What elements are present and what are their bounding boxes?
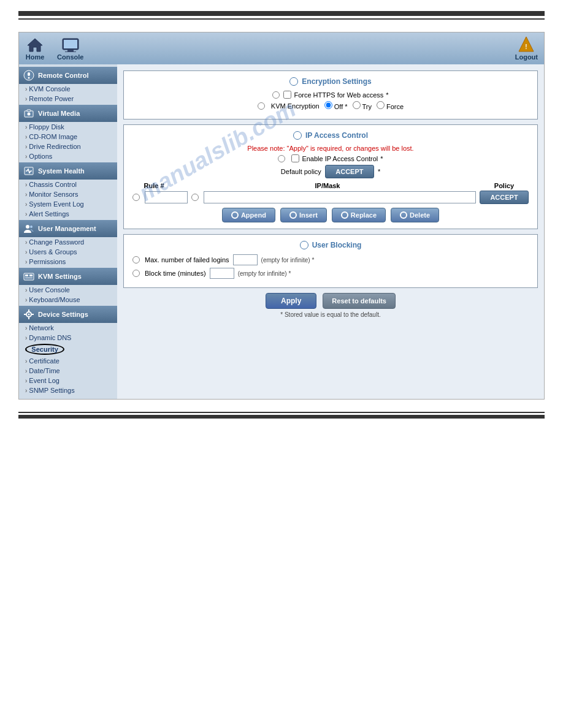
append-button[interactable]: Append <box>222 208 275 222</box>
sidebar-item-user-console[interactable]: › User Console <box>19 285 117 295</box>
sidebar-item-users-groups[interactable]: › Users & Groups <box>19 247 117 257</box>
kvm-force-radio[interactable] <box>377 101 385 109</box>
sidebar-item-certificate[interactable]: › Certificate <box>19 356 117 366</box>
kvm-try-radio[interactable] <box>353 101 361 109</box>
kvm-off-option[interactable]: Off * <box>324 101 348 110</box>
sidebar-header-user-management[interactable]: User Management <box>19 220 117 237</box>
floppy-disk-label: Floppy Disk <box>29 123 64 131</box>
sidebar-item-remote-power[interactable]: › Remote Power <box>19 94 117 104</box>
user-blocking-panel-title: User Blocking <box>132 241 529 249</box>
footnote: * Stored value is equal to the default. <box>123 311 538 318</box>
options-label: Options <box>29 153 52 160</box>
ui-container: Home Console <box>18 32 545 400</box>
sidebar-item-date-time[interactable]: › Date/Time <box>19 366 117 376</box>
system-health-label: System Health <box>38 167 85 175</box>
network-label: Network <box>29 324 53 332</box>
sidebar-header-kvm-settings[interactable]: KVM Settings <box>19 268 117 285</box>
sidebar-item-alert-settings[interactable]: › Alert Settings <box>19 209 117 219</box>
sidebar-item-permissions[interactable]: › Permissions <box>19 257 117 267</box>
sidebar-item-drive-redirection[interactable]: › Drive Redirection <box>19 142 117 151</box>
sidebar-item-security[interactable]: › Security <box>19 343 117 356</box>
ipmask-outer-circle <box>191 194 199 201</box>
sidebar-item-chassis-control[interactable]: › Chassis Control <box>19 180 117 189</box>
console-icon <box>61 36 80 53</box>
sidebar-item-network[interactable]: › Network <box>19 323 117 333</box>
kvm-enc-radio-group: Off * Try Force <box>324 101 404 110</box>
kvm-settings-icon <box>23 270 35 282</box>
block-time-outer-circle <box>132 270 140 277</box>
sidebar-item-change-password[interactable]: › Change Password <box>19 237 117 247</box>
sidebar-header-remote-control[interactable]: Remote Control <box>19 67 117 84</box>
append-circle <box>231 211 239 219</box>
rule-number-input[interactable] <box>145 191 188 203</box>
policy-accept-button[interactable]: ACCEPT <box>480 191 529 204</box>
sidebar-item-system-event-log[interactable]: › System Event Log <box>19 199 117 209</box>
sidebar-section-virtual-media: Virtual Media › Floppy Disk › CD-ROM Ima… <box>19 105 117 161</box>
sidebar-item-keyboard-mouse[interactable]: › Keyboard/Mouse <box>19 295 117 305</box>
bullet: › <box>25 191 27 198</box>
bullet: › <box>25 201 27 208</box>
user-management-label: User Management <box>38 225 96 232</box>
logout-icon: ! <box>516 36 536 53</box>
col-ipmask-header: IP/Mask <box>179 182 476 189</box>
bullet: › <box>25 297 27 303</box>
sidebar-header-system-health[interactable]: System Health <box>19 162 117 180</box>
sidebar-header-device-settings[interactable]: Device Settings <box>19 306 117 323</box>
nav-bar: Home Console <box>19 32 544 64</box>
sidebar-item-dynamic-dns[interactable]: › Dynamic DNS <box>19 333 117 343</box>
svg-rect-3 <box>67 50 74 51</box>
sidebar-item-monitor-sensors[interactable]: › Monitor Sensors <box>19 189 117 199</box>
insert-button[interactable]: Insert <box>280 208 327 222</box>
apply-button[interactable]: Apply <box>266 293 316 309</box>
sidebar-item-kvm-console[interactable]: › KVM Console <box>19 84 117 94</box>
block-time-input[interactable] <box>210 268 234 279</box>
nav-home[interactable]: Home <box>25 36 45 61</box>
bullet: › <box>25 387 27 394</box>
delete-button[interactable]: Delete <box>391 208 439 222</box>
bottom-border-thin <box>18 412 545 413</box>
bullet: › <box>25 86 27 93</box>
encryption-settings-panel: Encryption Settings Force HTTPS for Web … <box>123 70 538 119</box>
security-label: Security <box>25 344 64 355</box>
force-https-label[interactable]: Force HTTPS for Web access * <box>272 91 388 99</box>
encryption-title-circle <box>289 77 298 86</box>
bullet: › <box>25 153 27 160</box>
sidebar-item-snmp-settings[interactable]: › SNMP Settings <box>19 385 117 395</box>
svg-point-9 <box>28 77 30 79</box>
nav-logout[interactable]: ! Logout <box>515 36 538 61</box>
max-failed-input[interactable] <box>233 254 258 265</box>
svg-rect-2 <box>64 40 77 48</box>
block-time-row: Block time (minutes) (empty for infinite… <box>132 268 529 279</box>
kvm-off-radio[interactable] <box>324 101 332 109</box>
sidebar-item-cdrom-image[interactable]: › CD-ROM Image <box>19 132 117 142</box>
enable-ip-access-label[interactable]: Enable IP Access Control * <box>291 154 383 162</box>
bottom-buttons: Apply Reset to defaults <box>123 293 538 309</box>
svg-rect-24 <box>24 314 26 315</box>
kvm-force-option[interactable]: Force <box>377 101 404 110</box>
bullet: › <box>25 335 27 341</box>
ipmask-input[interactable] <box>204 191 476 203</box>
replace-button[interactable]: Replace <box>332 208 386 222</box>
user-blocking-panel: User Blocking Max. number of failed logi… <box>123 234 538 288</box>
sidebar-item-options[interactable]: › Options <box>19 151 117 161</box>
reset-button[interactable]: Reset to defaults <box>323 293 396 309</box>
snmp-settings-label: SNMP Settings <box>29 387 74 394</box>
nav-console[interactable]: Console <box>57 36 83 61</box>
force-https-outer-circle <box>272 91 280 99</box>
sidebar-item-event-log[interactable]: › Event Log <box>19 376 117 385</box>
col-rule-header: Rule # <box>132 182 175 189</box>
enable-ip-access-checkbox[interactable] <box>291 154 299 162</box>
sidebar-item-floppy-disk[interactable]: › Floppy Disk <box>19 122 117 132</box>
system-health-icon <box>23 165 35 177</box>
certificate-label: Certificate <box>29 357 59 365</box>
sidebar-header-virtual-media[interactable]: Virtual Media <box>19 105 117 122</box>
kvm-try-option[interactable]: Try <box>353 101 372 110</box>
svg-rect-17 <box>25 275 28 276</box>
svg-rect-23 <box>28 317 29 319</box>
bottom-border-thick <box>18 415 545 419</box>
enable-ip-access-asterisk: * <box>380 155 383 162</box>
force-https-checkbox[interactable] <box>283 91 291 99</box>
max-failed-hint: (empty for infinite) * <box>261 257 315 264</box>
default-policy-button[interactable]: ACCEPT <box>325 165 374 178</box>
kvm-off-label: Off * <box>334 103 348 110</box>
